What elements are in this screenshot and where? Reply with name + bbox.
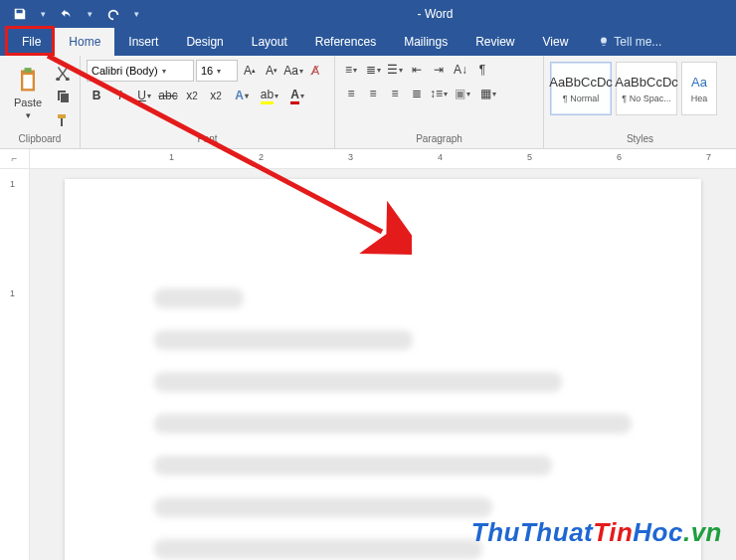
watermark: ThuThuatTinHoc.vn	[471, 517, 722, 548]
decrease-indent-icon[interactable]: ⇤	[407, 60, 427, 80]
group-label-font: Font	[87, 131, 328, 148]
highlight-color-icon[interactable]: ab▾	[258, 86, 281, 105]
copy-icon[interactable]	[52, 86, 74, 107]
tab-review[interactable]: Review	[461, 28, 528, 56]
style-normal[interactable]: AaBbCcDc ¶ Normal	[550, 62, 612, 115]
increase-indent-icon[interactable]: ⇥	[429, 60, 449, 80]
style-no-spacing[interactable]: AaBbCcDc ¶ No Spac...	[616, 62, 677, 115]
workspace: 1 1	[0, 169, 736, 560]
qat-dropdown-icon[interactable]: ▾	[38, 9, 49, 19]
blurred-text-line	[154, 456, 552, 475]
tell-me-label: Tell me...	[614, 35, 661, 49]
underline-button[interactable]: U▾	[134, 86, 154, 105]
group-font: Calibri (Body)▾ 16▾ A▴ A▾ Aa▾ A̸ B I U▾ …	[81, 56, 335, 148]
tab-design[interactable]: Design	[172, 28, 237, 56]
grow-font-icon[interactable]: A▴	[240, 61, 260, 81]
paste-label: Paste	[14, 96, 42, 108]
style-heading[interactable]: Aa Hea	[681, 62, 717, 115]
change-case-icon[interactable]: Aa▾	[283, 61, 303, 81]
multilevel-list-icon[interactable]: ☰▾	[385, 60, 405, 80]
blurred-text-line	[154, 497, 492, 517]
borders-icon[interactable]: ▦▾	[476, 84, 500, 103]
tab-mailings[interactable]: Mailings	[390, 28, 461, 56]
sort-icon[interactable]: A↓	[451, 60, 470, 80]
align-left-icon[interactable]: ≡	[341, 84, 361, 103]
style-preview: AaBbCcDc	[615, 75, 678, 90]
document-area[interactable]	[30, 169, 736, 560]
qat-customize-icon[interactable]: ▾	[131, 9, 142, 19]
paste-button[interactable]: Paste ▾	[6, 60, 50, 127]
align-right-icon[interactable]: ≡	[385, 84, 405, 103]
group-label-clipboard: Clipboard	[6, 131, 74, 148]
group-label-styles: Styles	[550, 131, 730, 148]
font-size-combo[interactable]: 16▾	[196, 60, 238, 82]
group-styles: AaBbCcDc ¶ Normal AaBbCcDc ¶ No Spac... …	[544, 56, 736, 148]
numbering-icon[interactable]: ≣▾	[363, 60, 383, 80]
tell-me-search[interactable]: Tell me...	[598, 28, 661, 56]
tab-insert[interactable]: Insert	[114, 28, 172, 56]
save-icon[interactable]	[8, 2, 32, 26]
cut-icon[interactable]	[52, 62, 74, 84]
style-name: Hea	[691, 93, 708, 103]
redo-icon[interactable]	[101, 2, 125, 26]
shrink-font-icon[interactable]: A▾	[262, 61, 281, 81]
chevron-down-icon: ▾	[162, 67, 166, 76]
ruler-scale: 1 2 3 4 5 6 7	[30, 149, 736, 168]
group-label-paragraph: Paragraph	[341, 131, 537, 148]
blurred-text-line	[154, 414, 632, 434]
page[interactable]	[65, 179, 701, 560]
clear-formatting-icon[interactable]: A̸	[305, 61, 325, 81]
ruler-vertical[interactable]: 1 1	[0, 169, 30, 560]
window-title: - Word	[142, 7, 728, 21]
shading-icon[interactable]: ▣▾	[451, 84, 474, 103]
bold-button[interactable]: B	[87, 86, 106, 105]
ribbon-tabs: File Home Insert Design Layout Reference…	[0, 28, 736, 56]
font-name-value: Calibri (Body)	[92, 65, 158, 77]
superscript-button[interactable]: x2	[206, 86, 226, 105]
undo-icon[interactable]	[55, 2, 79, 26]
show-marks-icon[interactable]: ¶	[472, 60, 492, 80]
group-clipboard: Paste ▾ Clipboard	[0, 56, 81, 148]
font-size-value: 16	[201, 65, 213, 77]
italic-button[interactable]: I	[110, 86, 130, 105]
font-color-icon[interactable]: A▾	[285, 86, 309, 105]
ribbon: Paste ▾ Clipboard Calibri (Body)▾ 16▾ A▴…	[0, 56, 736, 149]
blurred-text-line	[154, 330, 413, 350]
blurred-text-line	[154, 288, 244, 308]
chevron-down-icon: ▾	[217, 67, 221, 76]
bullets-icon[interactable]: ≡▾	[341, 60, 361, 80]
blurred-text-line	[154, 539, 482, 559]
style-preview: AaBbCcDc	[549, 75, 613, 90]
format-painter-icon[interactable]	[52, 109, 74, 131]
chevron-down-icon: ▾	[26, 110, 31, 120]
tab-home[interactable]: Home	[55, 28, 114, 56]
style-name: ¶ Normal	[563, 93, 599, 103]
justify-icon[interactable]: ≣	[407, 84, 427, 103]
align-center-icon[interactable]: ≡	[363, 84, 383, 103]
text-effects-icon[interactable]: A▾	[230, 86, 254, 105]
style-name: ¶ No Spac...	[622, 93, 670, 103]
subscript-button[interactable]: x2	[182, 86, 202, 105]
tab-layout[interactable]: Layout	[238, 28, 301, 56]
quick-access-toolbar: ▾ ▾ ▾	[8, 2, 142, 26]
tab-file[interactable]: File	[8, 28, 55, 56]
tab-references[interactable]: References	[301, 28, 390, 56]
line-spacing-icon[interactable]: ↕≡▾	[429, 84, 449, 103]
tab-view[interactable]: View	[529, 28, 583, 56]
ruler-horizontal[interactable]: ⌐ 1 2 3 4 5 6 7	[0, 149, 736, 169]
undo-dropdown-icon[interactable]: ▾	[85, 9, 95, 19]
style-preview: Aa	[691, 75, 707, 90]
blurred-text-line	[154, 372, 562, 392]
group-paragraph: ≡▾ ≣▾ ☰▾ ⇤ ⇥ A↓ ¶ ≡ ≡ ≡ ≣ ↕≡▾ ▣▾ ▦▾ Para…	[335, 56, 544, 148]
font-name-combo[interactable]: Calibri (Body)▾	[87, 60, 194, 82]
strikethrough-button[interactable]: abc	[158, 86, 178, 105]
title-bar: ▾ ▾ ▾ - Word	[0, 0, 736, 28]
tab-selector-icon[interactable]: ⌐	[0, 149, 30, 168]
